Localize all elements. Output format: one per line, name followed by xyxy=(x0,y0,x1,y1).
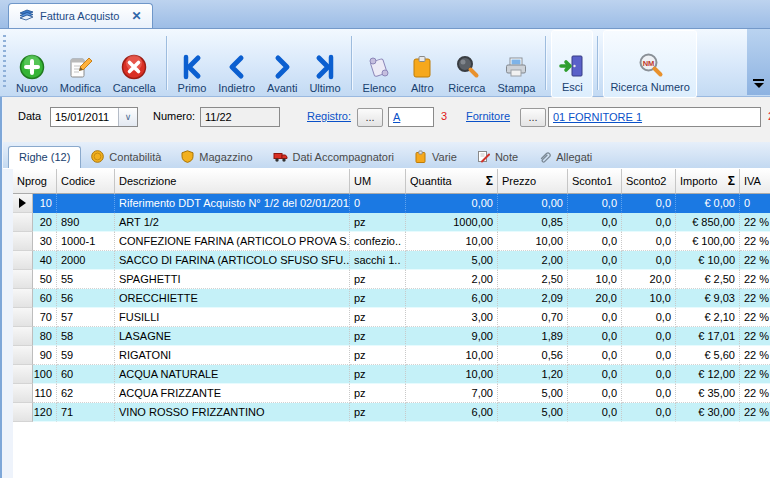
cell-sconto2[interactable]: 0,0 xyxy=(622,213,676,232)
cell-codice[interactable]: 1000-1 xyxy=(57,232,115,251)
cell-nprog[interactable]: 90 xyxy=(33,346,57,365)
row-selector[interactable] xyxy=(13,365,33,384)
cell-iva[interactable]: 22 % xyxy=(740,365,770,384)
row-selector[interactable] xyxy=(13,194,33,213)
cell-sconto1[interactable]: 0,0 xyxy=(568,194,622,213)
cell-sconto1[interactable]: 0,0 xyxy=(568,365,622,384)
cell-nprog[interactable]: 10 xyxy=(33,194,57,213)
cell-prezzo[interactable]: 2,09 xyxy=(498,289,568,308)
column-header-quantita[interactable]: QuantitaΣ xyxy=(406,168,498,194)
cell-quantita[interactable]: 9,00 xyxy=(406,327,498,346)
row-selector[interactable] xyxy=(13,346,33,365)
registro-value[interactable]: A xyxy=(393,111,400,123)
cell-quantita[interactable]: 10,00 xyxy=(406,232,498,251)
cell-um[interactable]: pz xyxy=(350,213,406,232)
toolbar-button-ricerca[interactable]: Ricerca xyxy=(442,30,491,98)
cell-iva[interactable]: 22 % xyxy=(740,289,770,308)
row-selector[interactable] xyxy=(13,213,33,232)
cell-sconto2[interactable]: 0,0 xyxy=(622,327,676,346)
column-header-importo[interactable]: ImportoΣ xyxy=(676,168,740,194)
cell-descrizione[interactable]: ART 1/2 xyxy=(115,213,350,232)
registro-link[interactable]: Registro: xyxy=(307,110,351,122)
table-row-20[interactable]: 20890ART 1/2pz1000,000,850,00,0€ 850,002… xyxy=(13,213,770,232)
cell-prezzo[interactable]: 0,85 xyxy=(498,213,568,232)
cell-importo[interactable]: € 100,00 xyxy=(676,232,740,251)
table-row-80[interactable]: 8058LASAGNEpz9,001,890,00,0€ 17,0122 % xyxy=(13,327,770,346)
row-selector[interactable] xyxy=(13,327,33,346)
row-selector[interactable] xyxy=(13,403,33,422)
cell-nprog[interactable]: 70 xyxy=(33,308,57,327)
column-header-prezzo[interactable]: Prezzo xyxy=(498,168,568,194)
cell-iva[interactable]: 0 xyxy=(740,194,770,213)
table-row-60[interactable]: 6056ORECCHIETTEpz6,002,0920,010,0€ 9,032… xyxy=(13,289,770,308)
cell-sconto1[interactable]: 0,0 xyxy=(568,232,622,251)
cell-nprog[interactable]: 60 xyxy=(33,289,57,308)
cell-codice[interactable]: 2000 xyxy=(57,251,115,270)
cell-importo[interactable]: € 12,00 xyxy=(676,365,740,384)
column-header-descrizione[interactable]: Descrizione xyxy=(115,168,350,194)
cell-quantita[interactable]: 3,00 xyxy=(406,308,498,327)
tab-magazzino[interactable]: Magazzino xyxy=(171,146,262,168)
cell-um[interactable]: pz xyxy=(350,346,406,365)
cell-sconto2[interactable]: 0,0 xyxy=(622,384,676,403)
cell-importo[interactable]: € 2,10 xyxy=(676,308,740,327)
cell-iva[interactable]: 22 % xyxy=(740,213,770,232)
cell-sconto2[interactable]: 0,0 xyxy=(622,365,676,384)
cell-prezzo[interactable]: 0,56 xyxy=(498,346,568,365)
toolbar-button-elenco[interactable]: Elenco xyxy=(357,30,403,98)
cell-nprog[interactable]: 40 xyxy=(33,251,57,270)
cell-codice[interactable]: 890 xyxy=(57,213,115,232)
cell-sconto2[interactable]: 20,0 xyxy=(622,270,676,289)
cell-iva[interactable]: 22 % xyxy=(740,403,770,422)
column-header-nprog[interactable]: Nprog xyxy=(13,168,57,194)
cell-nprog[interactable]: 50 xyxy=(33,270,57,289)
toolbar-button-avanti[interactable]: Avanti xyxy=(261,30,303,98)
cell-codice[interactable]: 58 xyxy=(57,327,115,346)
tab-righe[interactable]: Righe (12) xyxy=(8,146,81,168)
toolbar-button-indietro[interactable]: Indietro xyxy=(212,30,261,98)
cell-quantita[interactable]: 6,00 xyxy=(406,403,498,422)
fornitore-field[interactable]: 01 FORNITORE 1 xyxy=(548,107,761,127)
cell-prezzo[interactable]: 2,50 xyxy=(498,270,568,289)
cell-um[interactable]: pz xyxy=(350,384,406,403)
tab-dati-accompagnatori[interactable]: Dati Accompagnatori xyxy=(263,146,405,168)
cell-sconto2[interactable]: 0,0 xyxy=(622,194,676,213)
table-row-100[interactable]: 10060ACQUA NATURALEpz10,001,200,00,0€ 12… xyxy=(13,365,770,384)
sum-icon[interactable]: Σ xyxy=(728,174,735,188)
cell-nprog[interactable]: 110 xyxy=(33,384,57,403)
cell-codice[interactable]: 55 xyxy=(57,270,115,289)
cell-importo[interactable]: € 2,50 xyxy=(676,270,740,289)
cell-iva[interactable]: 22 % xyxy=(740,346,770,365)
row-selector[interactable] xyxy=(13,232,33,251)
column-header-codice[interactable]: Codice xyxy=(57,168,115,194)
cell-iva[interactable]: 22 % xyxy=(740,251,770,270)
cell-descrizione[interactable]: FUSILLI xyxy=(115,308,350,327)
cell-codice[interactable]: 59 xyxy=(57,346,115,365)
cell-quantita[interactable]: 10,00 xyxy=(406,346,498,365)
cell-sconto1[interactable]: 0,0 xyxy=(568,251,622,270)
cell-quantita[interactable]: 6,00 xyxy=(406,289,498,308)
row-selector[interactable] xyxy=(13,384,33,403)
cell-um[interactable]: pz xyxy=(350,327,406,346)
cell-um[interactable]: pz xyxy=(350,403,406,422)
sum-icon[interactable]: Σ xyxy=(486,174,493,188)
cell-sconto1[interactable]: 0,0 xyxy=(568,403,622,422)
cell-iva[interactable]: 22 % xyxy=(740,270,770,289)
cell-quantita[interactable]: 10,00 xyxy=(406,365,498,384)
toolbar-button-cancella[interactable]: Cancella xyxy=(107,30,162,98)
toolbar-button-primo[interactable]: Primo xyxy=(172,30,213,98)
table-row-70[interactable]: 7057FUSILLIpz3,000,700,00,0€ 2,1022 % xyxy=(13,308,770,327)
cell-descrizione[interactable]: ORECCHIETTE xyxy=(115,289,350,308)
cell-um[interactable]: pz xyxy=(350,270,406,289)
toolbar-button-stampa[interactable]: Stampa xyxy=(492,30,542,98)
cell-quantita[interactable]: 2,00 xyxy=(406,270,498,289)
cell-importo[interactable]: € 9,03 xyxy=(676,289,740,308)
cell-descrizione[interactable]: CONFEZIONE FARINA (ARTICOLO PROVA S.. xyxy=(115,232,350,251)
table-row-120[interactable]: 12071VINO ROSSO FRIZZANTINOpz6,005,000,0… xyxy=(13,403,770,422)
column-header-um[interactable]: UM xyxy=(350,168,406,194)
cell-quantita[interactable]: 1000,00 xyxy=(406,213,498,232)
cell-prezzo[interactable]: 0,00 xyxy=(498,194,568,213)
registro-field[interactable]: A xyxy=(388,107,434,127)
cell-prezzo[interactable]: 2,00 xyxy=(498,251,568,270)
cell-sconto1[interactable]: 20,0 xyxy=(568,289,622,308)
